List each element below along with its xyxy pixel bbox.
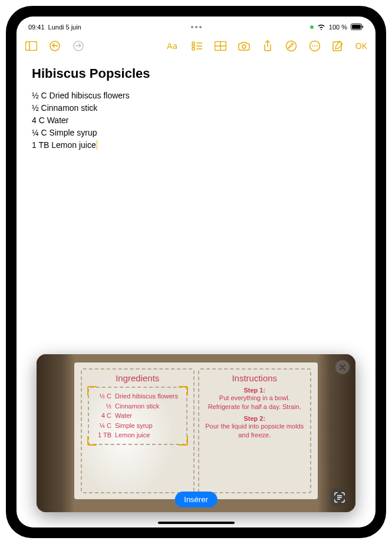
svg-point-18 <box>286 41 296 51</box>
recipe-card: Ingredients ½ CDried hibiscus flowers ½C… <box>74 362 318 499</box>
instructions-heading: Instructions <box>205 373 305 383</box>
step-text: Put everything in a bowl. Refrigerate fo… <box>205 394 305 411</box>
svg-point-6 <box>74 41 83 51</box>
status-date: Lundi 5 juin <box>48 24 81 31</box>
battery-percentage: 100 % <box>329 24 347 31</box>
step-label: Step 1: <box>205 387 305 394</box>
format-text-icon[interactable]: Aa <box>167 39 180 52</box>
new-note-icon[interactable] <box>332 39 345 52</box>
close-button[interactable] <box>335 360 350 374</box>
svg-rect-1 <box>352 25 361 29</box>
ingredient-row: ¼ CSimple syrup <box>91 421 184 431</box>
toolbar: Aa <box>17 34 375 58</box>
svg-point-22 <box>317 45 318 47</box>
done-button[interactable]: OK <box>355 41 367 51</box>
multitask-dots-icon[interactable] <box>191 26 202 28</box>
svg-point-8 <box>192 42 195 44</box>
status-time: 09:41 <box>28 24 45 31</box>
camera-indicator-icon <box>310 25 314 29</box>
share-icon[interactable] <box>261 39 274 52</box>
battery-icon <box>351 24 364 31</box>
checklist-icon[interactable] <box>190 39 203 52</box>
instructions-column: Instructions Step 1: Put everything in a… <box>198 368 312 493</box>
more-icon[interactable] <box>308 39 321 52</box>
camera-icon[interactable] <box>238 39 251 52</box>
redo-icon <box>72 39 85 52</box>
svg-point-17 <box>242 45 246 48</box>
svg-rect-2 <box>363 25 364 28</box>
ingredient-row: ½Cinnamon stick <box>91 401 184 411</box>
close-icon <box>340 364 345 370</box>
text-cursor <box>97 140 98 150</box>
step-text: Pour the liquid into popsicle molds and … <box>205 422 305 440</box>
ingredients-column: Ingredients ½ CDried hibiscus flowers ½C… <box>81 368 195 493</box>
ipad-frame: 09:41 Lundi 5 juin 100 % <box>6 6 386 538</box>
table-icon[interactable] <box>214 39 227 52</box>
status-bar: 09:41 Lundi 5 juin 100 % <box>17 20 375 34</box>
step-label: Step 2: <box>205 415 305 422</box>
screen: 09:41 Lundi 5 juin 100 % <box>17 17 375 527</box>
svg-point-21 <box>314 45 315 47</box>
svg-text:Aa: Aa <box>167 41 177 51</box>
instructions-body: Step 1: Put everything in a bowl. Refrig… <box>205 387 305 439</box>
wifi-icon <box>317 24 325 31</box>
svg-rect-3 <box>26 42 37 51</box>
svg-point-20 <box>312 45 313 47</box>
markup-icon[interactable] <box>285 39 298 52</box>
selection-bracket-icon <box>87 436 97 446</box>
svg-point-10 <box>192 45 195 47</box>
ingredients-box[interactable]: ½ CDried hibiscus flowers ½Cinnamon stic… <box>88 387 187 445</box>
svg-point-12 <box>192 48 195 50</box>
selection-bracket-icon <box>179 386 188 395</box>
live-text-icon <box>334 492 345 503</box>
svg-point-5 <box>50 41 60 51</box>
ingredients-heading: Ingredients <box>88 373 187 383</box>
insert-button[interactable]: Insérer <box>174 492 217 507</box>
note-title[interactable]: Hibiscus Popsicles <box>32 66 360 81</box>
ingredient-row: 4 CWater <box>91 411 184 421</box>
selection-bracket-icon <box>179 436 188 446</box>
home-indicator[interactable] <box>158 522 235 524</box>
live-text-panel: Ingredients ½ CDried hibiscus flowers ½C… <box>37 354 355 512</box>
note-body[interactable]: ½ C Dried hibiscus flowers ½ Cinnamon st… <box>32 90 360 151</box>
ingredient-row: ½ CDried hibiscus flowers <box>91 391 184 401</box>
live-text-toggle-button[interactable] <box>331 489 348 506</box>
undo-icon[interactable] <box>48 39 61 52</box>
ingredient-row: 1 TBLemon juice <box>91 430 184 440</box>
sidebar-toggle-icon[interactable] <box>25 39 38 52</box>
selection-bracket-icon <box>87 386 97 395</box>
